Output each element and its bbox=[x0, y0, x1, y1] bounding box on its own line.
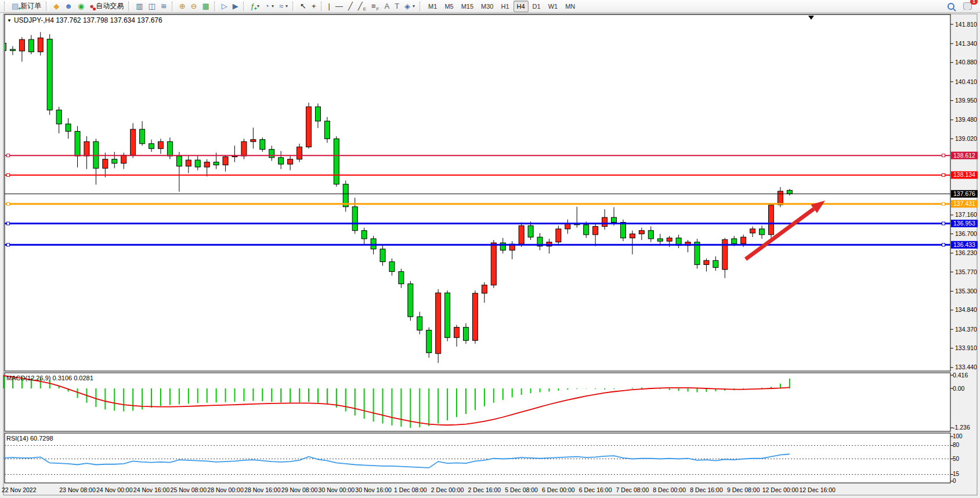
line-handle[interactable] bbox=[7, 173, 10, 176]
mt4-window: ▤+新订单◆☻◉●自动交易▥◫≋⊕⊖▦▷▶ƒ+▾◔▾≈▾↖+|—╱╱E≡FAT◈… bbox=[0, 0, 980, 498]
candle-bearish bbox=[66, 124, 71, 132]
candle-bullish bbox=[556, 229, 561, 242]
candle-bullish bbox=[454, 328, 460, 338]
candle-bullish bbox=[778, 191, 783, 205]
time-axis-label: 30 Nov 00:00 bbox=[319, 486, 355, 493]
candle-bullish bbox=[103, 159, 108, 169]
rsi-scale-label: 80 bbox=[953, 442, 960, 448]
candle-bullish bbox=[491, 243, 496, 285]
candle-bearish bbox=[214, 162, 219, 165]
candle-bearish bbox=[28, 39, 34, 52]
candle-bullish bbox=[750, 229, 755, 233]
time-axis-label: 12 Dec 16:00 bbox=[799, 486, 836, 493]
time-axis-label: 24 Nov 00:00 bbox=[96, 486, 133, 493]
time-axis-label: 1 Dec 08:00 bbox=[394, 486, 427, 493]
candle-bearish bbox=[528, 226, 533, 237]
candle-bearish bbox=[787, 190, 792, 194]
candle-bearish bbox=[149, 144, 154, 148]
line-handle[interactable] bbox=[7, 154, 10, 157]
candle-bearish bbox=[612, 217, 617, 222]
axis-tick-label: 141.810 bbox=[955, 21, 977, 28]
candle-bearish bbox=[408, 284, 413, 317]
rsi-scale-label: 15 bbox=[953, 471, 960, 477]
candle-bearish bbox=[167, 141, 172, 156]
axis-tick-label: 139.480 bbox=[955, 116, 977, 123]
candle-bearish bbox=[269, 150, 274, 158]
time-axis[interactable]: 22 Nov 202223 Nov 08:0024 Nov 00:0024 No… bbox=[2, 486, 836, 493]
candle-bullish bbox=[297, 147, 302, 159]
candle-bearish bbox=[315, 107, 320, 121]
time-axis-label: 23 Nov 08:00 bbox=[59, 486, 96, 493]
line-handle[interactable] bbox=[7, 202, 10, 205]
candle-bearish bbox=[75, 132, 80, 156]
candle-bearish bbox=[47, 39, 52, 110]
candle-bullish bbox=[306, 107, 312, 147]
axis-tick-label: 140.410 bbox=[955, 78, 977, 85]
time-axis-label: 29 Nov 08:00 bbox=[281, 486, 318, 493]
line-handle[interactable] bbox=[7, 222, 10, 225]
candle-bearish bbox=[260, 140, 265, 150]
time-axis-label: 12 Dec 00:00 bbox=[762, 486, 799, 493]
candle-bullish bbox=[704, 260, 709, 264]
candle-bearish bbox=[380, 249, 385, 262]
candle-bearish bbox=[584, 225, 589, 235]
candle-bearish bbox=[140, 129, 145, 144]
candle-bullish bbox=[288, 159, 293, 164]
candle-bearish bbox=[713, 260, 718, 267]
time-axis-label: 22 Nov 2022 bbox=[2, 486, 37, 493]
price-label-text: 136.953 bbox=[953, 220, 975, 227]
time-axis-label: 24 Nov 16:00 bbox=[133, 486, 170, 493]
line-handle[interactable] bbox=[942, 222, 945, 225]
line-handle[interactable] bbox=[7, 243, 10, 246]
time-axis-label: 9 Dec 08:00 bbox=[727, 486, 760, 493]
line-handle[interactable] bbox=[942, 243, 945, 246]
price-label-text: 138.612 bbox=[953, 152, 975, 159]
axis-tick-label: 137.160 bbox=[955, 211, 977, 218]
axis-tick-label: 136.700 bbox=[955, 230, 977, 237]
candle-bullish bbox=[565, 224, 570, 229]
candle-bullish bbox=[19, 39, 24, 51]
candle-bullish bbox=[519, 226, 524, 244]
candle-bearish bbox=[361, 231, 367, 239]
candle-bullish bbox=[436, 293, 441, 354]
axis-tick-label: 135.300 bbox=[955, 288, 977, 295]
candle-bullish bbox=[131, 129, 136, 155]
axis-tick-label: 139.020 bbox=[955, 135, 977, 142]
axis-tick-label: 141.340 bbox=[955, 40, 977, 47]
candle-bullish bbox=[482, 285, 487, 293]
candle-bearish bbox=[648, 231, 653, 239]
axis-tick-label: 134.370 bbox=[955, 326, 977, 333]
candle-bullish bbox=[241, 141, 247, 156]
time-axis-label: 6 Dec 00:00 bbox=[542, 486, 575, 493]
candle-bullish bbox=[630, 234, 635, 238]
candle-bearish bbox=[334, 139, 339, 184]
candle-bullish bbox=[158, 141, 163, 148]
candle-bullish bbox=[186, 160, 191, 166]
axis-tick-label: 136.230 bbox=[955, 249, 977, 256]
line-handle[interactable] bbox=[942, 202, 945, 205]
price-label-text: 136.433 bbox=[953, 241, 975, 248]
candle-bullish bbox=[639, 231, 644, 234]
price-label-text: 137.431 bbox=[953, 200, 975, 207]
rsi-scale-label: 0 bbox=[953, 478, 956, 484]
candle-bullish bbox=[232, 156, 237, 157]
candle-bearish bbox=[371, 239, 376, 249]
time-axis-label: 2 Dec 16:00 bbox=[468, 486, 501, 493]
time-axis-label: 8 Dec 16:00 bbox=[690, 486, 723, 493]
candle-bearish bbox=[620, 223, 625, 238]
macd-scale-label: -1.236 bbox=[953, 424, 970, 431]
candle-bullish bbox=[251, 140, 256, 142]
chart-area[interactable]: 138.612138.134137.676137.431136.953136.4… bbox=[0, 0, 980, 498]
candle-bearish bbox=[176, 156, 182, 166]
candle-bearish bbox=[399, 271, 404, 283]
candle-bullish bbox=[38, 38, 43, 52]
candle-bearish bbox=[195, 160, 200, 167]
rsi-pane[interactable] bbox=[5, 433, 950, 483]
candle-bearish bbox=[464, 328, 469, 341]
line-handle[interactable] bbox=[942, 173, 945, 176]
candle-bearish bbox=[352, 207, 357, 231]
candle-bearish bbox=[279, 158, 284, 164]
axis-tick-label: 140.880 bbox=[955, 59, 977, 66]
line-handle[interactable] bbox=[942, 154, 945, 157]
candle-bullish bbox=[593, 227, 598, 235]
